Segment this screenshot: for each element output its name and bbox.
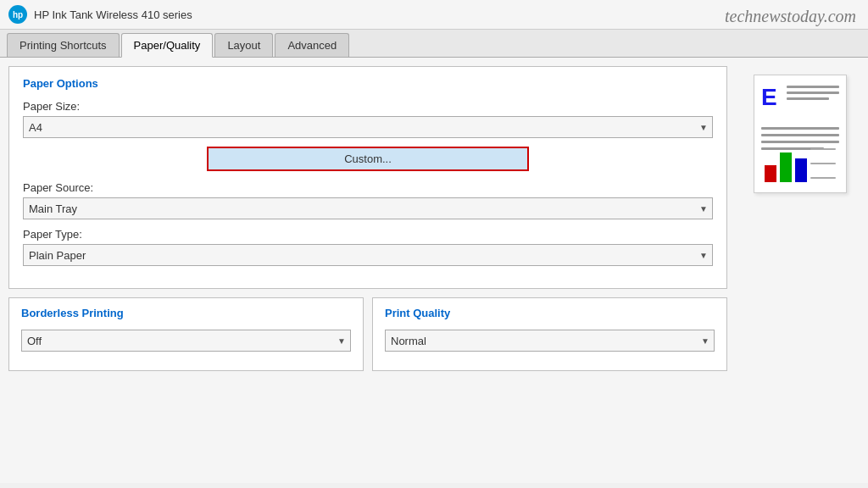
preview-chart (765, 148, 836, 182)
paper-size-wrapper: A4 Letter Legal A3 Custom ▼ (23, 116, 713, 138)
left-panel: Paper Options Paper Size: A4 Letter Lega… (8, 66, 727, 474)
bar-green (780, 152, 792, 182)
preview-body-line-2 (761, 134, 839, 136)
preview-line-1 (787, 86, 839, 88)
main-content: Paper Options Paper Size: A4 Letter Lega… (0, 58, 868, 483)
preview-line-3 (787, 97, 829, 100)
print-quality-section: Print Quality Normal Draft Best ▼ (372, 297, 727, 371)
paper-size-label: Paper Size: (23, 100, 713, 113)
paper-type-wrapper: Plain Paper Photo Paper Glossy Paper ▼ (23, 244, 713, 266)
borderless-printing-wrapper: Off On ▼ (21, 330, 351, 352)
tab-bar: Printing Shortcuts Paper/Quality Layout … (0, 30, 868, 58)
borderless-printing-section: Borderless Printing Off On ▼ (8, 297, 364, 371)
paper-type-label: Paper Type: (23, 228, 713, 241)
tab-printing-shortcuts[interactable]: Printing Shortcuts (7, 33, 120, 57)
document-preview: E (754, 75, 847, 193)
paper-source-wrapper: Main Tray Manual Feed ▼ (23, 197, 713, 219)
print-quality-title: Print Quality (385, 307, 715, 319)
chart-line-3 (810, 177, 836, 179)
tab-advanced[interactable]: Advanced (275, 33, 349, 57)
paper-source-label: Paper Source: (23, 181, 713, 194)
hp-logo-icon: hp (8, 5, 27, 24)
chart-lines (810, 148, 836, 182)
custom-button-wrapper: Custom... (23, 147, 713, 171)
paper-options-title: Paper Options (23, 77, 713, 90)
preview-body-line-3 (761, 141, 839, 143)
bottom-sections: Borderless Printing Off On ▼ Print Quali… (8, 297, 727, 371)
watermark: technewstoday.com (725, 7, 856, 26)
custom-button[interactable]: Custom... (207, 147, 529, 171)
bar-blue (795, 158, 807, 182)
tab-paper-quality[interactable]: Paper/Quality (121, 33, 214, 58)
preview-body-line-1 (761, 127, 839, 130)
preview-line-2 (787, 92, 839, 94)
preview-letter-e: E (761, 84, 777, 111)
borderless-printing-select[interactable]: Off On (21, 330, 351, 352)
print-quality-select[interactable]: Normal Draft Best (385, 330, 715, 352)
window-title: HP Ink Tank Wireless 410 series (34, 8, 192, 21)
paper-options-section: Paper Options Paper Size: A4 Letter Lega… (8, 66, 727, 289)
bar-red (765, 165, 776, 182)
preview-panel: E (741, 66, 860, 474)
hp-logo-text: hp (13, 10, 23, 19)
preview-body-lines (761, 127, 839, 150)
chart-line-2 (810, 163, 836, 164)
borderless-printing-title: Borderless Printing (21, 307, 351, 319)
print-quality-wrapper: Normal Draft Best ▼ (385, 330, 715, 352)
chart-line-1 (810, 148, 836, 150)
preview-text-lines (787, 86, 839, 100)
paper-type-select[interactable]: Plain Paper Photo Paper Glossy Paper (23, 244, 713, 266)
paper-size-select[interactable]: A4 Letter Legal A3 Custom (23, 116, 713, 138)
tab-layout[interactable]: Layout (214, 33, 273, 57)
paper-source-select[interactable]: Main Tray Manual Feed (23, 197, 713, 219)
